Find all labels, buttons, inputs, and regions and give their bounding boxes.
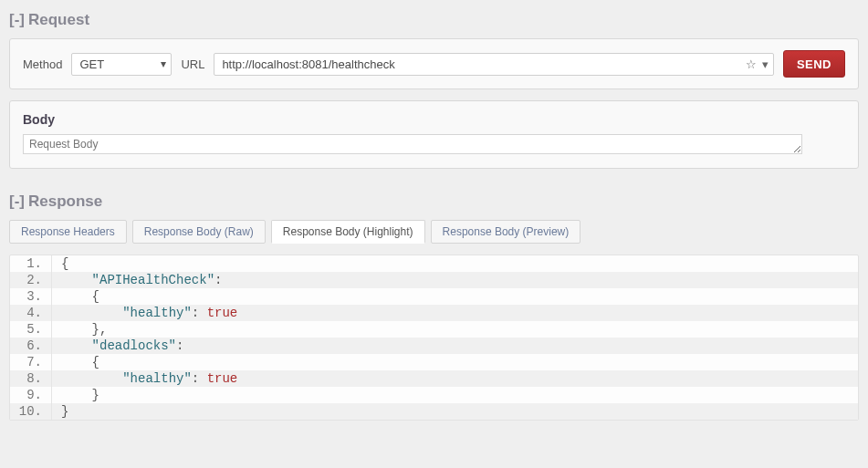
code-content: } — [52, 387, 109, 403]
url-label: URL — [181, 57, 204, 71]
line-number: 4. — [10, 305, 52, 321]
line-number: 6. — [10, 338, 52, 354]
code-content: { — [52, 288, 109, 305]
code-line: 2. "APIHealthCheck": — [10, 272, 858, 288]
tab-response-3[interactable]: Response Body (Preview) — [431, 220, 581, 244]
line-number: 5. — [10, 321, 52, 338]
url-actions: ☆ ▾ — [746, 58, 769, 70]
line-number: 1. — [10, 255, 52, 272]
line-number: 9. — [10, 387, 52, 403]
request-title-text: Request — [28, 11, 89, 29]
response-tabs: Response HeadersResponse Body (Raw)Respo… — [9, 220, 859, 244]
url-input[interactable] — [214, 53, 773, 76]
response-body-highlight: 1.{2. "APIHealthCheck":3. {4. "healthy":… — [9, 255, 859, 421]
response-section-title: [-] Response — [9, 192, 859, 211]
code-content: { — [52, 354, 109, 370]
code-content: "APIHealthCheck": — [52, 272, 231, 288]
response-title-text: Response — [28, 192, 102, 211]
line-number: 10. — [10, 403, 52, 420]
request-collapse-toggle[interactable]: [-] — [9, 11, 25, 29]
code-line: 3. { — [10, 288, 858, 305]
star-icon[interactable]: ☆ — [746, 58, 757, 70]
code-line: 10.} — [10, 403, 858, 420]
code-line: 4. "healthy": true — [10, 305, 858, 321]
line-number: 8. — [10, 370, 52, 387]
method-label: Method — [23, 57, 62, 71]
request-body-panel: Body — [9, 100, 859, 169]
code-content: { — [52, 255, 78, 272]
code-line: 8. "healthy": true — [10, 370, 858, 387]
tab-response-2[interactable]: Response Body (Highlight) — [271, 220, 425, 244]
code-line: 6. "deadlocks": — [10, 338, 858, 354]
line-number: 7. — [10, 354, 52, 370]
line-number: 3. — [10, 288, 52, 305]
code-line: 9. } — [10, 387, 858, 403]
response-collapse-toggle[interactable]: [-] — [9, 192, 25, 211]
request-body-textarea[interactable] — [23, 134, 802, 154]
method-select-wrap: ▾ — [71, 53, 172, 76]
request-controls-panel: Method ▾ URL ☆ ▾ SEND — [9, 38, 859, 89]
method-select[interactable] — [71, 53, 172, 76]
tab-response-1[interactable]: Response Body (Raw) — [132, 220, 266, 244]
tab-response-0[interactable]: Response Headers — [9, 220, 127, 244]
code-content: "healthy": true — [52, 305, 246, 321]
code-line: 7. { — [10, 354, 858, 370]
body-header: Body — [23, 112, 845, 127]
url-wrap: ☆ ▾ — [214, 53, 773, 76]
code-line: 5. }, — [10, 321, 858, 338]
line-number: 2. — [10, 272, 52, 288]
send-button[interactable]: SEND — [783, 50, 845, 78]
chevron-down-icon[interactable]: ▾ — [762, 58, 769, 70]
code-content: }, — [52, 321, 116, 338]
code-content: } — [52, 403, 78, 420]
request-section-title: [-] Request — [9, 11, 859, 29]
code-content: "healthy": true — [52, 370, 246, 387]
code-line: 1.{ — [10, 255, 858, 272]
code-content: "deadlocks": — [52, 338, 193, 354]
